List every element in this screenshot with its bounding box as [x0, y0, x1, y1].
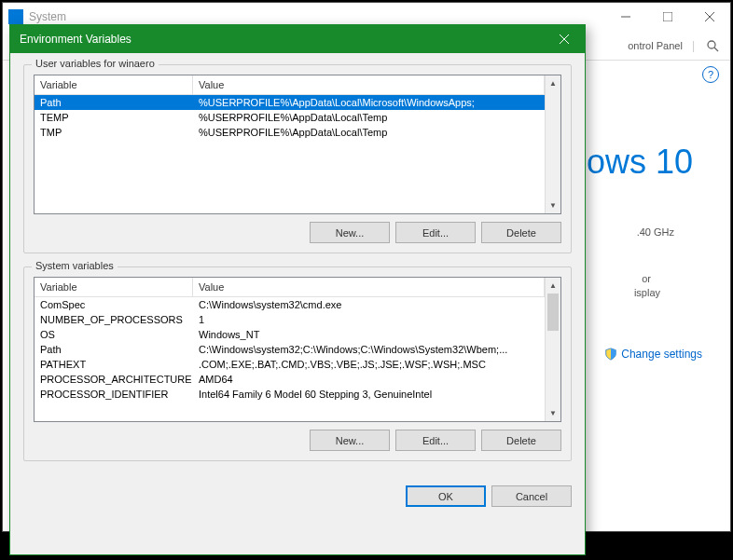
maximize-icon [663, 12, 672, 21]
col-header-value[interactable]: Value [193, 75, 545, 94]
var-value: %USERPROFILE%\AppData\Local\Temp [193, 125, 545, 140]
spec-processor: or [642, 273, 651, 284]
table-row[interactable]: TMP%USERPROFILE%\AppData\Local\Temp [35, 125, 545, 140]
user-variables-group: User variables for winaero Variable Valu… [23, 64, 572, 253]
var-name: TMP [35, 125, 193, 140]
table-row[interactable]: OSWindows_NT [35, 327, 545, 342]
system-vars-list[interactable]: Variable Value ComSpecC:\Windows\system3… [34, 277, 561, 422]
help-icon[interactable]: ? [702, 66, 719, 83]
table-row[interactable]: PROCESSOR_IDENTIFIERIntel64 Family 6 Mod… [35, 387, 545, 402]
breadcrumb[interactable]: ontrol Panel [628, 40, 683, 51]
change-settings-link[interactable]: Change settings [604, 348, 702, 361]
scroll-down-icon[interactable]: ▼ [546, 405, 560, 421]
var-name: OS [35, 327, 193, 342]
spec-cpu: .40 GHz [637, 226, 674, 238]
dialog-title: Environment Variables [20, 33, 543, 46]
var-name: Path [35, 95, 193, 110]
user-edit-button[interactable]: Edit... [395, 222, 476, 243]
var-name: PATHEXT [35, 357, 193, 372]
var-name: PROCESSOR_ARCHITECTURE [35, 372, 193, 387]
dialog-close-button[interactable] [543, 25, 585, 53]
search-icon[interactable] [704, 37, 721, 54]
user-vars-list[interactable]: Variable Value Path%USERPROFILE%\AppData… [34, 75, 561, 214]
table-row[interactable]: PROCESSOR_ARCHITECTUREAMD64 [35, 372, 545, 387]
change-settings-label: Change settings [621, 348, 702, 361]
var-value: Windows_NT [193, 327, 545, 342]
shield-icon [604, 348, 617, 361]
user-new-button[interactable]: New... [310, 222, 390, 243]
minimize-icon [621, 12, 630, 21]
var-name: NUMBER_OF_PROCESSORS [35, 312, 193, 327]
table-row[interactable]: Path%USERPROFILE%\AppData\Local\Microsof… [35, 95, 545, 110]
scrollbar[interactable]: ▲ ▼ [545, 75, 560, 213]
system-icon [8, 9, 23, 24]
env-vars-dialog: Environment Variables User variables for… [9, 24, 586, 555]
system-group-label: System variables [32, 260, 118, 271]
sys-delete-button[interactable]: Delete [481, 430, 561, 451]
var-value: %USERPROFILE%\AppData\Local\Temp [193, 110, 545, 125]
svg-line-5 [714, 48, 718, 51]
var-value: 1 [193, 312, 545, 327]
close-button[interactable] [688, 3, 730, 31]
spec-display: isplay [634, 287, 660, 298]
user-delete-button[interactable]: Delete [481, 222, 561, 243]
scroll-down-icon[interactable]: ▼ [546, 198, 560, 213]
var-value: AMD64 [193, 372, 545, 387]
user-group-label: User variables for winaero [32, 58, 159, 69]
var-name: ComSpec [35, 297, 193, 312]
var-name: PROCESSOR_IDENTIFIER [35, 387, 193, 402]
dialog-titlebar: Environment Variables [10, 25, 585, 53]
col-header-variable[interactable]: Variable [35, 278, 193, 296]
col-header-value[interactable]: Value [193, 278, 545, 296]
table-row[interactable]: PathC:\Windows\system32;C:\Windows;C:\Wi… [35, 342, 545, 357]
var-name: Path [35, 342, 193, 357]
windows-logo-text: ows 10 [587, 143, 693, 182]
maximize-button[interactable] [646, 3, 688, 31]
sys-new-button[interactable]: New... [310, 430, 390, 451]
scrollbar[interactable]: ▲ ▼ [545, 278, 560, 421]
svg-point-4 [708, 41, 715, 48]
system-variables-group: System variables Variable Value ComSpecC… [23, 266, 572, 461]
scroll-up-icon[interactable]: ▲ [546, 75, 560, 91]
table-row[interactable]: TEMP%USERPROFILE%\AppData\Local\Temp [35, 110, 545, 125]
sys-edit-button[interactable]: Edit... [395, 430, 476, 451]
var-name: TEMP [35, 110, 193, 125]
scroll-thumb[interactable] [547, 294, 559, 331]
table-row[interactable]: PATHEXT.COM;.EXE;.BAT;.CMD;.VBS;.VBE;.JS… [35, 357, 545, 372]
close-icon [560, 34, 569, 44]
svg-rect-1 [663, 12, 672, 21]
var-value: Intel64 Family 6 Model 60 Stepping 3, Ge… [193, 387, 545, 402]
scroll-up-icon[interactable]: ▲ [546, 278, 560, 294]
ok-button[interactable]: OK [406, 485, 486, 507]
col-header-variable[interactable]: Variable [35, 75, 193, 94]
minimize-button[interactable] [604, 3, 646, 31]
var-value: C:\Windows\system32;C:\Windows;C:\Window… [193, 342, 545, 357]
table-row[interactable]: NUMBER_OF_PROCESSORS1 [35, 312, 545, 327]
table-row[interactable]: ComSpecC:\Windows\system32\cmd.exe [35, 297, 545, 312]
var-value: %USERPROFILE%\AppData\Local\Microsoft\Wi… [193, 95, 545, 110]
var-value: C:\Windows\system32\cmd.exe [193, 297, 545, 312]
cancel-button[interactable]: Cancel [491, 485, 572, 507]
close-icon [705, 12, 714, 21]
var-value: .COM;.EXE;.BAT;.CMD;.VBS;.VBE;.JS;.JSE;.… [193, 357, 545, 372]
bg-title: System [29, 10, 604, 23]
